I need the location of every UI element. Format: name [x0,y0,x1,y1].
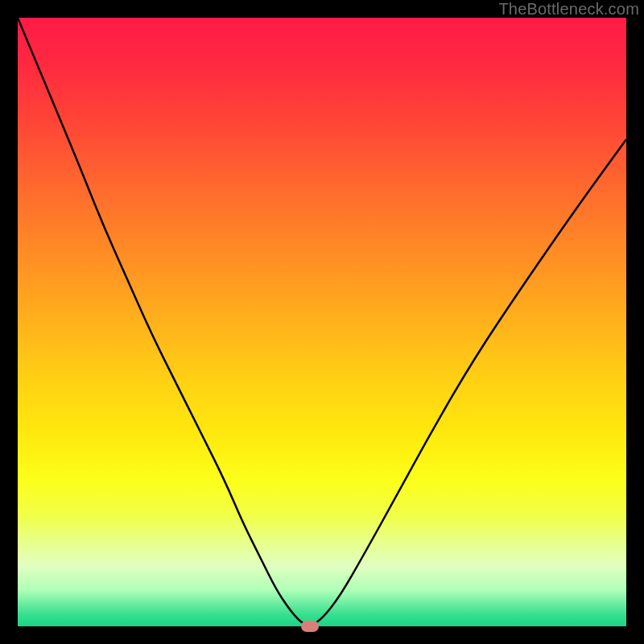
chart-frame: TheBottleneck.com [0,0,644,644]
watermark-text: TheBottleneck.com [498,0,639,19]
minimum-marker [301,621,319,632]
bottleneck-curve [18,18,626,626]
plot-area [18,18,626,626]
